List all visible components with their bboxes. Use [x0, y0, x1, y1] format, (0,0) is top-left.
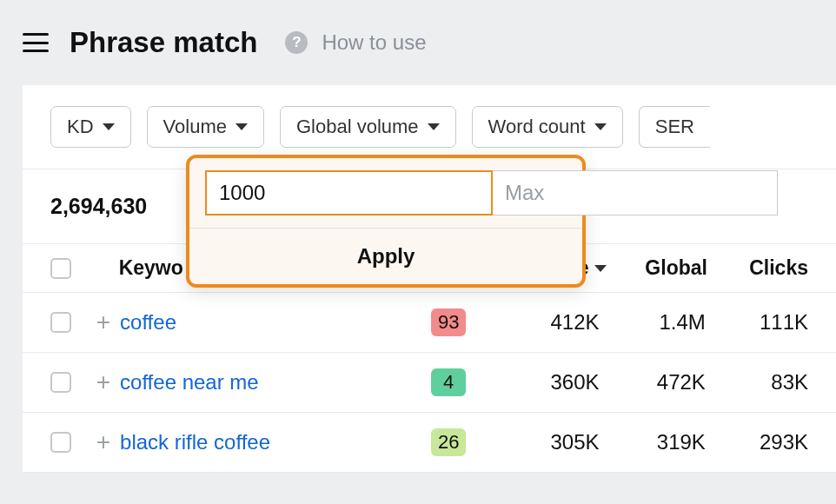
row-checkbox[interactable]	[50, 432, 71, 453]
keyword-link[interactable]: coffee	[120, 310, 176, 334]
filter-label: Global volume	[296, 116, 419, 138]
sort-desc-icon	[594, 265, 607, 272]
kd-badge: 93	[431, 308, 466, 336]
clicks-cell: 83K	[706, 370, 808, 395]
global-cell: 1.4M	[607, 310, 706, 335]
apply-button[interactable]: Apply	[189, 228, 582, 284]
add-icon[interactable]: +	[87, 428, 120, 456]
menu-icon[interactable]	[23, 33, 49, 52]
volume-cell: 305K	[481, 430, 606, 454]
global-cell: 472K	[607, 370, 706, 395]
table-row: + coffee 93 412K 1.4M 111K	[23, 293, 836, 353]
filter-global-volume[interactable]: Global volume	[280, 106, 456, 148]
keyword-link[interactable]: coffee near me	[120, 370, 259, 394]
row-checkbox[interactable]	[50, 312, 71, 333]
clicks-cell: 111K	[706, 310, 808, 335]
filter-label: KD	[67, 116, 94, 138]
table-row: + coffee near me 4 360K 472K 83K	[23, 353, 836, 413]
volume-cell: 412K	[481, 310, 606, 335]
header-clicks[interactable]: Clicks	[707, 256, 808, 280]
filter-volume[interactable]: Volume	[147, 106, 264, 148]
kd-badge: 4	[431, 368, 466, 396]
filter-word-count[interactable]: Word count	[472, 106, 623, 148]
chevron-down-icon	[594, 123, 607, 130]
row-checkbox[interactable]	[50, 372, 71, 393]
chevron-down-icon	[236, 123, 248, 130]
volume-cell: 360K	[481, 370, 606, 395]
global-cell: 319K	[607, 430, 706, 454]
help-link[interactable]: How to use	[322, 30, 426, 55]
chevron-down-icon	[428, 123, 440, 130]
keyword-link[interactable]: black rifle coffee	[120, 430, 270, 454]
add-icon[interactable]: +	[87, 308, 120, 336]
filter-serp[interactable]: SER	[639, 106, 710, 148]
filter-label: Volume	[163, 116, 227, 138]
select-all-checkbox[interactable]	[50, 258, 71, 279]
help-icon[interactable]: ?	[285, 31, 308, 54]
volume-min-input[interactable]	[205, 170, 493, 216]
chevron-down-icon	[103, 123, 115, 130]
clicks-cell: 293K	[706, 430, 808, 454]
kd-badge: 26	[431, 428, 466, 456]
table-row: + black rifle coffee 26 305K 319K 293K	[23, 413, 836, 473]
volume-filter-popover: Apply	[186, 155, 586, 288]
add-icon[interactable]: +	[87, 368, 120, 396]
volume-max-input[interactable]	[493, 170, 778, 216]
header-global[interactable]: Global	[610, 256, 707, 280]
filter-kd[interactable]: KD	[50, 106, 131, 148]
filter-label: Word count	[488, 116, 586, 138]
page-title: Phrase match	[70, 26, 257, 59]
main-panel: KD Volume Global volume Word count SER 2…	[23, 85, 836, 473]
filter-label: SER	[655, 116, 694, 138]
